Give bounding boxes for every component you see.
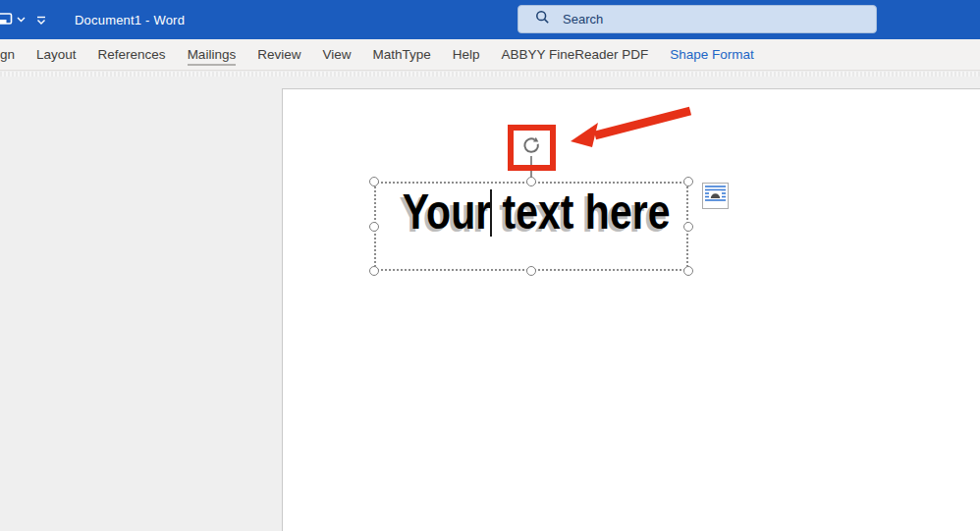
ribbon-tab-bar: Design Layout References Mailings Review… [0, 39, 980, 71]
resize-handle-top-center[interactable] [526, 177, 536, 186]
resize-handle-bottom-left[interactable] [369, 266, 379, 276]
titlebar: Document1 - Word Search [0, 0, 980, 39]
text-cursor [490, 189, 492, 237]
tab-help[interactable]: Help [442, 39, 491, 70]
document-workspace: Your text here [0, 72, 980, 531]
tab-abbyy-finereader-pdf[interactable]: ABBYY FineReader PDF [491, 39, 660, 70]
resize-handle-bottom-right[interactable] [683, 266, 693, 276]
tab-shape-format[interactable]: Shape Format [659, 39, 765, 70]
tab-layout[interactable]: Layout [26, 39, 87, 70]
quick-access-icon[interactable] [0, 12, 15, 27]
document-page[interactable]: Your text here [282, 88, 980, 531]
word-window: Document1 - Word Search Design Layout Re… [0, 0, 980, 531]
resize-handle-middle-left[interactable] [369, 222, 379, 232]
rotation-handle-highlight [508, 125, 556, 171]
red-arrow-annotation [283, 89, 980, 531]
layout-options-button[interactable] [702, 183, 729, 209]
wordart-text[interactable]: Your text here [403, 186, 660, 239]
search-icon [535, 10, 550, 28]
search-placeholder: Search [563, 12, 603, 27]
resize-handle-top-right[interactable] [683, 177, 693, 186]
quick-access-toolbar [0, 0, 47, 39]
layout-options-icon [705, 184, 726, 208]
chevron-down-icon[interactable] [17, 17, 26, 23]
ribbon-edge-texture [0, 72, 980, 77]
tab-review[interactable]: Review [246, 39, 311, 70]
window-title: Document1 - Word [75, 13, 185, 27]
resize-handle-top-left[interactable] [369, 177, 379, 186]
tab-references[interactable]: References [87, 39, 177, 70]
search-box[interactable]: Search [517, 5, 877, 33]
tab-mathtype[interactable]: MathType [361, 39, 441, 70]
tab-design[interactable]: Design [0, 39, 26, 70]
resize-handle-middle-right[interactable] [683, 222, 693, 232]
customize-quick-access-toolbar-icon[interactable] [35, 15, 47, 26]
resize-handle-bottom-center[interactable] [526, 266, 536, 276]
tab-view[interactable]: View [311, 39, 361, 70]
tab-mailings[interactable]: Mailings [177, 39, 247, 70]
